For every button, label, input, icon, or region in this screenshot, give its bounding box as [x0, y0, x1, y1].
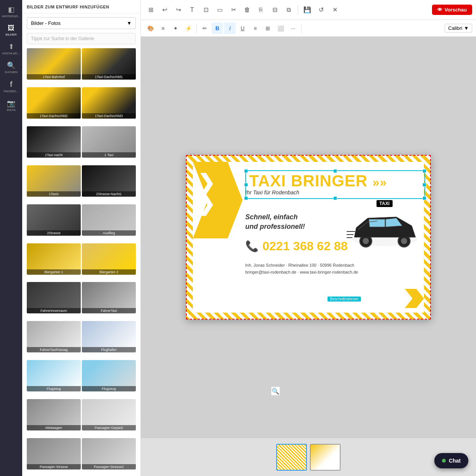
sidebar-item-hintergrund[interactable]: ◧ HINTERGR...: [0, 3, 22, 20]
sidebar-item-facebook[interactable]: f FACEBO...: [0, 78, 22, 95]
lightning-btn[interactable]: ⚡: [183, 23, 194, 34]
image-label: 1Taxi-Dachschild1: [82, 74, 136, 80]
delete-btn[interactable]: 🗑: [241, 4, 253, 16]
image-label: Flugzeug: [27, 386, 81, 391]
image-label: Passagier-Gepäck: [82, 425, 136, 430]
text-size-btn[interactable]: ⊞: [262, 23, 274, 34]
search-icon: 🔍: [7, 61, 15, 70]
sidebar-item-suchen[interactable]: 🔍 SUCHEN: [0, 59, 22, 76]
handle-ml[interactable]: [244, 183, 248, 187]
image-label: Passagier-Strasse: [27, 464, 81, 469]
text-align-btn[interactable]: ≡: [249, 23, 261, 34]
list-item[interactable]: Passagier-Strasse: [27, 438, 81, 469]
pen-btn[interactable]: ✏: [199, 23, 210, 34]
cut-btn[interactable]: ✂: [227, 4, 240, 16]
redo-btn[interactable]: ↪: [172, 4, 184, 16]
category-dropdown[interactable]: Bilder - Fotos ▼: [27, 17, 136, 29]
bold-btn[interactable]: B: [212, 23, 223, 34]
list-item[interactable]: Passagier-Gepäck: [82, 399, 136, 430]
layers-btn[interactable]: ⧉: [282, 4, 295, 16]
list-item[interactable]: Biergarten 2: [82, 243, 136, 275]
copy-btn[interactable]: ⎘: [255, 4, 267, 16]
handle-tr[interactable]: [422, 169, 426, 173]
preview-button[interactable]: 👁 Vorschau: [432, 5, 472, 15]
list-item[interactable]: Passagier-Strasse2: [82, 438, 136, 469]
taxi-sign-badge: TAXI: [377, 200, 393, 207]
design-canvas[interactable]: ❯❯ TAXI BRINGER »» Beschnit: [186, 155, 431, 320]
list-item[interactable]: FahrerTaxiPassag: [27, 321, 81, 352]
list-item[interactable]: Flugzeug: [82, 360, 136, 391]
sparkle-btn[interactable]: ✦: [170, 23, 181, 34]
image-label: 1Taxi-nacht: [27, 152, 81, 158]
list-item[interactable]: Ausflieg: [82, 204, 136, 236]
chat-label: Chat: [449, 458, 461, 464]
handle-tl[interactable]: [244, 169, 248, 173]
rect-btn[interactable]: ▭: [214, 4, 226, 16]
list-item[interactable]: FahrerInnenraum: [27, 282, 81, 313]
canvas-area[interactable]: ❯❯ TAXI BRINGER »» Beschnit: [141, 37, 476, 438]
list-item[interactable]: 1Taxi-Dachschild3: [82, 87, 136, 119]
card-address: Inh. Jonas Schneider · Rheinallee 100 · …: [245, 262, 358, 275]
bilder-icon: 🖼: [8, 24, 15, 32]
upload-icon: ⬆: [8, 42, 14, 51]
zoom-out-btn[interactable]: 🔍: [271, 386, 280, 396]
image-label: Flughafen: [82, 347, 136, 352]
list-item[interactable]: 1Taxi-Dachschild2: [27, 87, 81, 119]
beschnitt-label: Beschnittrahmen: [328, 297, 361, 302]
list-item[interactable]: 1Taxis: [27, 165, 81, 197]
title-selection-box[interactable]: TAXI BRINGER »»: [245, 170, 425, 199]
text-btn[interactable]: T: [186, 4, 198, 16]
thumbnail-2[interactable]: [310, 444, 341, 471]
close-btn[interactable]: ✕: [329, 4, 341, 16]
font-selector[interactable]: Calibri ▼: [445, 24, 472, 33]
phone-number: 0221 368 62 88: [262, 239, 347, 253]
underline-btn[interactable]: U: [237, 23, 248, 34]
list-item[interactable]: 2Strasse-Nacht1: [82, 165, 136, 197]
italic-btn[interactable]: I: [224, 23, 236, 34]
sidebar-item-hochladen[interactable]: ⬆ HOCHLAD...: [0, 40, 22, 57]
undo-btn[interactable]: ↩: [158, 4, 171, 16]
grid-btn[interactable]: ⊞: [145, 4, 157, 16]
list-item[interactable]: Mietwagen: [27, 399, 81, 430]
thumbnail-1[interactable]: [276, 444, 307, 471]
align-btn[interactable]: ≡: [157, 23, 169, 34]
save-btn[interactable]: 💾: [301, 4, 313, 16]
toolbar-second: 🎨 ≡ ✦ ⚡ ✏ B I U ≡ ⊞ ⬜ ··· Calibri ▼: [141, 20, 476, 37]
handle-mr[interactable]: [422, 183, 426, 187]
list-item[interactable]: FahrerTaxi: [82, 282, 136, 313]
chevron-down-icon: ▼: [464, 25, 469, 31]
list-item[interactable]: Flughafen: [82, 321, 136, 352]
left-sidebar: ◧ HINTERGR... 🖼 BILDER ⬆ HOCHLAD... 🔍 SU…: [0, 0, 22, 476]
image-label: 2Strasse: [27, 230, 81, 236]
sidebar-item-instagram[interactable]: 📷 INSTA: [0, 97, 22, 114]
list-item[interactable]: 2Strasse: [27, 204, 81, 236]
handle-bl[interactable]: [244, 196, 248, 200]
title-arrows: »»: [373, 175, 387, 189]
frame-btn[interactable]: ⬜: [275, 23, 286, 34]
image-label: 1 Taxi: [82, 152, 136, 158]
minus-btn[interactable]: ⊟: [269, 4, 281, 16]
list-item[interactable]: Flugzeug: [27, 360, 81, 391]
phone-icon: 📞: [245, 240, 259, 253]
handle-br[interactable]: [422, 196, 426, 200]
facebook-icon: f: [10, 80, 13, 89]
image-label: 2Strasse-Nacht1: [82, 191, 136, 197]
list-item[interactable]: 1 Taxi: [82, 126, 136, 158]
gallery-search[interactable]: Tippe zur Suche in der Gallerie: [27, 33, 136, 44]
chat-button[interactable]: Chat: [434, 453, 468, 468]
color-btn[interactable]: 🎨: [145, 23, 156, 34]
image-label: Flugzeug: [82, 386, 136, 391]
list-item[interactable]: 1Taxi-Dachschild1: [82, 48, 136, 80]
list-item[interactable]: 1Taxi-nacht: [27, 126, 81, 158]
list-item[interactable]: Biergarten 1: [27, 243, 81, 275]
shape-btn[interactable]: ⊡: [200, 4, 212, 16]
refresh-btn[interactable]: ↺: [315, 4, 327, 16]
card-slogan: Schnell, einfach und professionell!: [245, 212, 305, 231]
list-item[interactable]: 1Taxi-Bahnhof: [27, 48, 81, 80]
car-image: [347, 205, 423, 251]
card-title: TAXI BRINGER »»: [249, 172, 387, 190]
handle-bm[interactable]: [333, 196, 337, 200]
more-btn[interactable]: ···: [287, 23, 299, 34]
sidebar-item-bilder[interactable]: 🖼 BILDER: [0, 22, 22, 39]
image-label: Mietwagen: [27, 425, 81, 430]
